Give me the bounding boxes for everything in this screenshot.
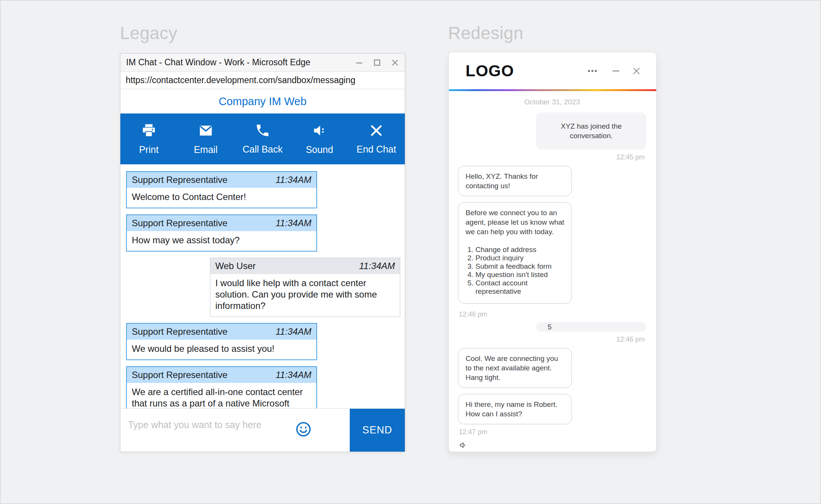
message-sender: Support Representative xyxy=(132,218,227,228)
agent-message: Cool. We are connecting you to the next … xyxy=(458,348,572,388)
redesign-chat-window: LOGO October 31, 2023 XYZ has joined the… xyxy=(448,52,657,452)
chat-transcript: Support Representative11:34AM Welcome to… xyxy=(120,164,405,408)
window-controls xyxy=(587,66,641,76)
tool-label: Email xyxy=(194,144,218,155)
user-message: 5 xyxy=(536,322,646,332)
close-icon xyxy=(369,123,384,140)
message-text: Welcome to Contact Center! xyxy=(127,188,316,208)
agent-message: Hi there, my name is Robert. How can I a… xyxy=(458,394,572,424)
redesign-header: LOGO xyxy=(449,52,656,89)
site-title: Company IM Web xyxy=(120,89,405,113)
message-text: We are a certified all-in-one contact ce… xyxy=(127,383,316,408)
message-text: I would like help with a contact center … xyxy=(210,274,400,317)
message-time: 11:34AM xyxy=(276,218,311,228)
close-icon[interactable] xyxy=(632,66,641,76)
message-sender: Support Representative xyxy=(132,175,227,185)
agent-menu-message: Before we connect you to an agent, pleas… xyxy=(458,202,572,304)
page-url: https://contactcenter.development.com/sa… xyxy=(126,75,355,85)
message-text: We would be pleased to assist you! xyxy=(127,340,316,359)
speaker-icon xyxy=(459,444,468,451)
email-icon xyxy=(198,123,214,140)
tool-label: Sound xyxy=(306,144,333,155)
agent-message: Support Representative11:34AM How may we… xyxy=(126,214,317,252)
user-message: Web User11:34AM I would like help with a… xyxy=(210,258,400,317)
phone-icon xyxy=(255,123,270,140)
chat-toolbar: Print Email Call Back xyxy=(120,113,405,164)
print-button[interactable]: Print xyxy=(120,113,177,164)
agent-message: Hello, XYZ. Thanks for contacting us! xyxy=(458,166,572,196)
menu-intro: Before we connect you to an agent, pleas… xyxy=(466,209,564,236)
system-message: XYZ has joined the conversation. xyxy=(536,112,646,150)
menu-option: Product inquiry xyxy=(475,254,564,262)
menu-option: Submit a feedback form xyxy=(475,262,564,271)
window-controls xyxy=(355,58,399,67)
message-composer: Type what you want to say here SEND xyxy=(120,408,405,452)
email-button[interactable]: Email xyxy=(177,113,234,164)
sound-toggle[interactable] xyxy=(459,441,646,451)
timestamp: 12:45 pm xyxy=(458,153,645,161)
design-canvas: Legacy Redesign IM Chat - Chat Window - … xyxy=(0,0,821,504)
sound-button[interactable]: Sound xyxy=(291,113,348,164)
menu-option: Change of address xyxy=(475,246,564,254)
message-sender: Web User xyxy=(215,261,256,271)
message-time: 11:34AM xyxy=(276,326,311,337)
tool-label: Print xyxy=(139,144,158,155)
legacy-section-heading: Legacy xyxy=(120,23,177,43)
minimize-icon[interactable] xyxy=(355,58,363,67)
call-back-button[interactable]: Call Back xyxy=(234,113,291,164)
message-text: How may we assist today? xyxy=(127,231,316,251)
message-input[interactable]: Type what you want to say here xyxy=(120,409,350,452)
agent-message: Support Representative11:34AM We would b… xyxy=(126,323,317,360)
title-bar: IM Chat - Chat Window - Work - Microsoft… xyxy=(120,54,405,72)
minimize-icon[interactable] xyxy=(611,66,620,76)
speaker-icon xyxy=(311,123,327,140)
message-time: 11:34AM xyxy=(276,175,311,185)
message-time: 11:34AM xyxy=(359,261,395,271)
input-placeholder: Type what you want to say here xyxy=(128,419,262,430)
menu-option: Contact account representative xyxy=(475,279,564,296)
message-time: 11:34AM xyxy=(276,370,311,380)
window-title: IM Chat - Chat Window - Work - Microsoft… xyxy=(126,57,355,68)
agent-message: Support Representative11:34AM Welcome to… xyxy=(126,171,317,208)
tool-label: Call Back xyxy=(243,144,283,155)
end-chat-button[interactable]: End Chat xyxy=(348,113,405,164)
legacy-chat-window: IM Chat - Chat Window - Work - Microsoft… xyxy=(120,53,405,452)
menu-options: Change of address Product inquiry Submit… xyxy=(466,246,564,296)
close-icon[interactable] xyxy=(391,58,399,67)
redesign-transcript: October 31, 2023 XYZ has joined the conv… xyxy=(449,91,656,452)
message-sender: Support Representative xyxy=(132,370,227,380)
printer-icon xyxy=(141,123,157,140)
redesign-section-heading: Redesign xyxy=(448,23,523,43)
agent-message: Support Representative11:34AM We are a c… xyxy=(126,366,317,408)
smiley-icon[interactable] xyxy=(295,421,312,440)
timestamp: 12:46 pm xyxy=(458,335,645,343)
timestamp: 12:46 pm xyxy=(459,310,646,318)
tool-label: End Chat xyxy=(357,144,396,155)
message-sender: Support Representative xyxy=(132,326,227,337)
send-button[interactable]: SEND xyxy=(350,409,405,452)
timestamp: 12:47 pm xyxy=(459,428,646,436)
conversation-date: October 31, 2023 xyxy=(458,98,646,106)
maximize-icon[interactable] xyxy=(373,58,381,67)
address-bar[interactable]: https://contactcenter.development.com/sa… xyxy=(120,72,405,89)
ellipsis-menu-icon[interactable] xyxy=(587,69,600,73)
logo: LOGO xyxy=(466,62,514,80)
menu-option: My question isn't listed xyxy=(475,271,564,279)
